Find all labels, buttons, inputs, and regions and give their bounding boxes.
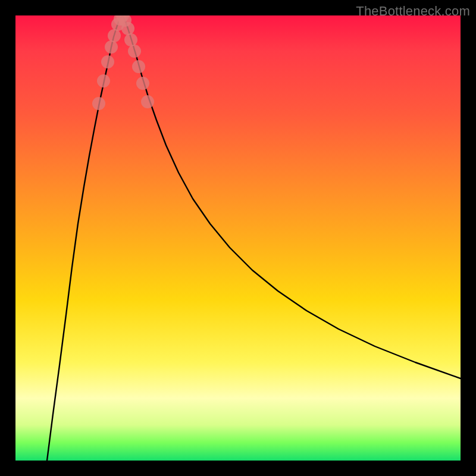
curve-right-branch: [123, 15, 461, 378]
marker-point: [108, 29, 121, 42]
marker-point: [141, 95, 154, 108]
marker-point: [92, 97, 105, 110]
chart-svg: [15, 15, 461, 461]
plot-area: [15, 15, 461, 461]
marker-point: [105, 40, 118, 54]
marker-point: [101, 55, 114, 68]
marker-point: [121, 22, 134, 35]
watermark-text: TheBottleneck.com: [356, 4, 470, 19]
marker-point: [136, 77, 149, 90]
chart-frame: TheBottleneck.com: [0, 0, 476, 476]
curve-left-branch: [47, 15, 123, 461]
marker-point: [124, 33, 137, 46]
marker-point: [97, 74, 110, 87]
marker-point: [132, 60, 145, 73]
marker-point: [128, 45, 141, 58]
